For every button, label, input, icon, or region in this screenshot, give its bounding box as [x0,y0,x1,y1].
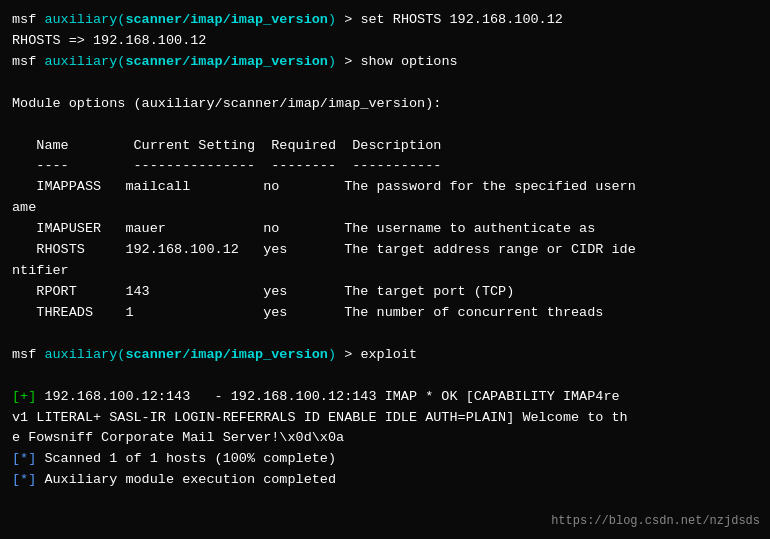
rhosts-output: RHOSTS => 192.168.100.12 [12,33,206,48]
msf-prompt-2: msf [12,54,44,69]
completed-line: [*] Auxiliary module execution completed [12,470,758,491]
line-blank-2 [12,115,758,136]
module-options-header: Module options (auxiliary/scanner/imap/i… [12,94,758,115]
module-path-3: auxiliary(scanner/imap/imap_version) [44,347,336,362]
exploit-output-1: [+] 192.168.100.12:143 - 192.168.100.12:… [12,387,758,408]
row-imappass: IMAPPASS mailcall no The password for th… [12,177,758,198]
line-2: RHOSTS => 192.168.100.12 [12,31,758,52]
scanned-line: [*] Scanned 1 of 1 hosts (100% complete) [12,449,758,470]
row-threads: THREADS 1 yes The number of concurrent t… [12,303,758,324]
line-exploit-cmd: msf auxiliary(scanner/imap/imap_version)… [12,345,758,366]
row-imapuser: IMAPUSER mauer no The username to authen… [12,219,758,240]
line-blank-3 [12,324,758,345]
row-rport: RPORT 143 yes The target port (TCP) [12,282,758,303]
row-rhosts: RHOSTS 192.168.100.12 yes The target add… [12,240,758,261]
module-path-2: auxiliary(scanner/imap/imap_version) [44,54,336,69]
line-1: msf auxiliary(scanner/imap/imap_version)… [12,10,758,31]
row-rhosts-cont: ntifier [12,261,758,282]
watermark: https://blog.csdn.net/nzjdsds [551,512,760,531]
line-blank-1 [12,73,758,94]
module-path-1: auxiliary(scanner/imap/imap_version) [44,12,336,27]
plus-bracket: [+] [12,389,44,404]
cmd-show-options: > show options [336,54,458,69]
exploit-output-2: v1 LITERAL+ SASL-IR LOGIN-REFERRALS ID E… [12,408,758,429]
cmd-set-rhosts: > set RHOSTS 192.168.100.12 [336,12,563,27]
line-3: msf auxiliary(scanner/imap/imap_version)… [12,52,758,73]
table-divider: ---- --------------- -------- ----------… [12,156,758,177]
table-header: Name Current Setting Required Descriptio… [12,136,758,157]
msf-prompt: msf [12,12,44,27]
line-blank-4 [12,366,758,387]
cmd-exploit: > exploit [336,347,417,362]
exploit-output-3: e Fowsniff Corporate Mail Server!\x0d\x0… [12,428,758,449]
star-bracket-2: [*] [12,472,44,487]
row-imappass-cont: ame [12,198,758,219]
msf-prompt-3: msf [12,347,44,362]
terminal-window: msf auxiliary(scanner/imap/imap_version)… [0,0,770,539]
star-bracket-1: [*] [12,451,44,466]
